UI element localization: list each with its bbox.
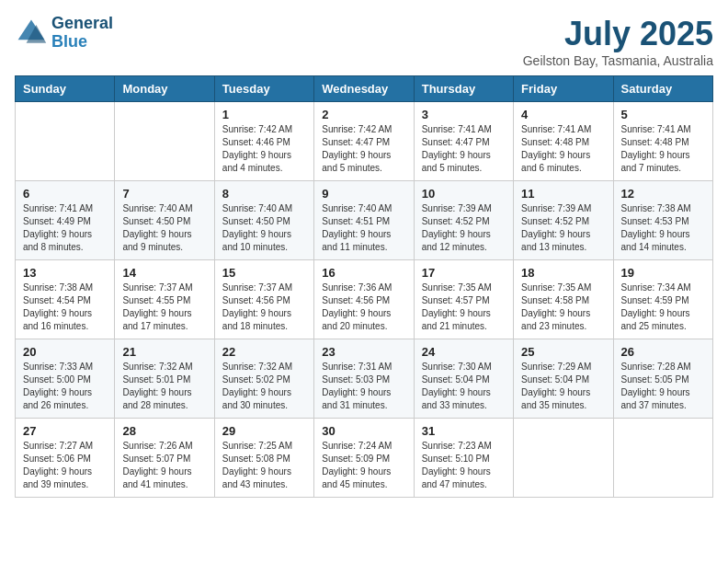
- logo-icon: [15, 17, 48, 50]
- day-info: Sunrise: 7:38 AMSunset: 4:53 PMDaylight:…: [621, 202, 705, 254]
- calendar-cell: 21Sunrise: 7:32 AMSunset: 5:01 PMDayligh…: [115, 339, 214, 419]
- logo: General Blue: [15, 15, 113, 52]
- day-info: Sunrise: 7:37 AMSunset: 4:55 PMDaylight:…: [122, 282, 206, 333]
- weekday-header-wednesday: Wednesday: [314, 76, 414, 102]
- day-number: 23: [322, 345, 405, 359]
- day-number: 11: [521, 187, 605, 201]
- calendar-cell: [16, 102, 115, 181]
- day-number: 31: [422, 424, 506, 438]
- weekday-header-tuesday: Tuesday: [214, 76, 313, 102]
- page-header: General Blue July 2025 Geilston Bay, Tas…: [15, 15, 713, 68]
- calendar-cell: 18Sunrise: 7:35 AMSunset: 4:58 PMDayligh…: [514, 260, 613, 339]
- day-number: 28: [122, 424, 206, 438]
- day-info: Sunrise: 7:40 AMSunset: 4:51 PMDaylight:…: [322, 202, 405, 254]
- calendar-cell: 13Sunrise: 7:38 AMSunset: 4:54 PMDayligh…: [16, 260, 115, 339]
- day-info: Sunrise: 7:35 AMSunset: 4:57 PMDaylight:…: [422, 282, 506, 333]
- calendar-cell: 14Sunrise: 7:37 AMSunset: 4:55 PMDayligh…: [115, 260, 214, 339]
- day-number: 9: [322, 187, 405, 201]
- day-number: 14: [122, 266, 206, 280]
- day-number: 18: [521, 266, 605, 280]
- day-info: Sunrise: 7:41 AMSunset: 4:47 PMDaylight:…: [422, 123, 506, 175]
- day-number: 16: [322, 266, 405, 280]
- day-number: 8: [222, 187, 306, 201]
- calendar-cell: 8Sunrise: 7:40 AMSunset: 4:50 PMDaylight…: [214, 181, 313, 260]
- weekday-header-row: SundayMondayTuesdayWednesdayThursdayFrid…: [16, 76, 713, 102]
- calendar-cell: [514, 419, 613, 498]
- day-number: 26: [621, 345, 705, 359]
- calendar-cell: 15Sunrise: 7:37 AMSunset: 4:56 PMDayligh…: [214, 260, 313, 339]
- calendar-cell: 25Sunrise: 7:29 AMSunset: 5:04 PMDayligh…: [514, 339, 613, 419]
- day-number: 2: [322, 108, 405, 121]
- day-info: Sunrise: 7:41 AMSunset: 4:48 PMDaylight:…: [521, 123, 605, 175]
- calendar-week-row: 6Sunrise: 7:41 AMSunset: 4:49 PMDaylight…: [16, 181, 713, 260]
- calendar-cell: 30Sunrise: 7:24 AMSunset: 5:09 PMDayligh…: [314, 419, 414, 498]
- weekday-header-sunday: Sunday: [16, 76, 115, 102]
- day-info: Sunrise: 7:25 AMSunset: 5:08 PMDaylight:…: [222, 440, 306, 491]
- day-number: 21: [122, 345, 206, 359]
- day-number: 30: [322, 424, 405, 438]
- day-number: 19: [621, 266, 705, 280]
- day-info: Sunrise: 7:29 AMSunset: 5:04 PMDaylight:…: [521, 361, 605, 412]
- calendar-cell: 31Sunrise: 7:23 AMSunset: 5:10 PMDayligh…: [414, 419, 513, 498]
- calendar-cell: 28Sunrise: 7:26 AMSunset: 5:07 PMDayligh…: [115, 419, 214, 498]
- day-info: Sunrise: 7:38 AMSunset: 4:54 PMDaylight:…: [23, 282, 107, 333]
- day-number: 10: [422, 187, 506, 201]
- calendar-cell: 12Sunrise: 7:38 AMSunset: 4:53 PMDayligh…: [613, 181, 712, 260]
- day-info: Sunrise: 7:40 AMSunset: 4:50 PMDaylight:…: [222, 202, 306, 254]
- calendar-cell: 29Sunrise: 7:25 AMSunset: 5:08 PMDayligh…: [214, 419, 313, 498]
- calendar-week-row: 20Sunrise: 7:33 AMSunset: 5:00 PMDayligh…: [16, 339, 713, 419]
- day-info: Sunrise: 7:26 AMSunset: 5:07 PMDaylight:…: [122, 440, 206, 491]
- day-info: Sunrise: 7:41 AMSunset: 4:49 PMDaylight:…: [23, 202, 107, 254]
- calendar-table: SundayMondayTuesdayWednesdayThursdayFrid…: [15, 75, 713, 498]
- day-info: Sunrise: 7:24 AMSunset: 5:09 PMDaylight:…: [322, 440, 405, 491]
- calendar-cell: 17Sunrise: 7:35 AMSunset: 4:57 PMDayligh…: [414, 260, 513, 339]
- calendar-cell: 22Sunrise: 7:32 AMSunset: 5:02 PMDayligh…: [214, 339, 313, 419]
- day-info: Sunrise: 7:37 AMSunset: 4:56 PMDaylight:…: [222, 282, 306, 333]
- day-info: Sunrise: 7:39 AMSunset: 4:52 PMDaylight:…: [521, 202, 605, 254]
- day-info: Sunrise: 7:31 AMSunset: 5:03 PMDaylight:…: [322, 361, 405, 412]
- weekday-header-friday: Friday: [514, 76, 613, 102]
- calendar-cell: 3Sunrise: 7:41 AMSunset: 4:47 PMDaylight…: [414, 102, 513, 181]
- day-info: Sunrise: 7:36 AMSunset: 4:56 PMDaylight:…: [322, 282, 405, 333]
- day-info: Sunrise: 7:35 AMSunset: 4:58 PMDaylight:…: [521, 282, 605, 333]
- calendar-cell: 24Sunrise: 7:30 AMSunset: 5:04 PMDayligh…: [414, 339, 513, 419]
- day-number: 4: [521, 108, 605, 121]
- day-info: Sunrise: 7:42 AMSunset: 4:46 PMDaylight:…: [222, 123, 306, 175]
- day-info: Sunrise: 7:23 AMSunset: 5:10 PMDaylight:…: [422, 440, 506, 491]
- title-section: July 2025 Geilston Bay, Tasmania, Austra…: [523, 15, 713, 68]
- logo-text: General Blue: [51, 15, 113, 52]
- calendar-cell: 4Sunrise: 7:41 AMSunset: 4:48 PMDaylight…: [514, 102, 613, 181]
- day-number: 17: [422, 266, 506, 280]
- day-number: 20: [23, 345, 107, 359]
- day-number: 13: [23, 266, 107, 280]
- day-info: Sunrise: 7:34 AMSunset: 4:59 PMDaylight:…: [621, 282, 705, 333]
- calendar-cell: 27Sunrise: 7:27 AMSunset: 5:06 PMDayligh…: [16, 419, 115, 498]
- calendar-cell: 6Sunrise: 7:41 AMSunset: 4:49 PMDaylight…: [16, 181, 115, 260]
- calendar-cell: 9Sunrise: 7:40 AMSunset: 4:51 PMDaylight…: [314, 181, 414, 260]
- calendar-cell: [115, 102, 214, 181]
- day-info: Sunrise: 7:30 AMSunset: 5:04 PMDaylight:…: [422, 361, 506, 412]
- day-number: 25: [521, 345, 605, 359]
- day-info: Sunrise: 7:40 AMSunset: 4:50 PMDaylight:…: [122, 202, 206, 254]
- day-number: 12: [621, 187, 705, 201]
- day-info: Sunrise: 7:32 AMSunset: 5:02 PMDaylight:…: [222, 361, 306, 412]
- day-number: 22: [222, 345, 306, 359]
- day-number: 6: [23, 187, 107, 201]
- day-info: Sunrise: 7:32 AMSunset: 5:01 PMDaylight:…: [122, 361, 206, 412]
- day-number: 27: [23, 424, 107, 438]
- calendar-cell: 11Sunrise: 7:39 AMSunset: 4:52 PMDayligh…: [514, 181, 613, 260]
- calendar-cell: 23Sunrise: 7:31 AMSunset: 5:03 PMDayligh…: [314, 339, 414, 419]
- day-number: 5: [621, 108, 705, 121]
- calendar-cell: 26Sunrise: 7:28 AMSunset: 5:05 PMDayligh…: [613, 339, 712, 419]
- location-title: Geilston Bay, Tasmania, Australia: [523, 53, 713, 68]
- day-number: 1: [222, 108, 306, 121]
- calendar-cell: 20Sunrise: 7:33 AMSunset: 5:00 PMDayligh…: [16, 339, 115, 419]
- calendar-cell: 10Sunrise: 7:39 AMSunset: 4:52 PMDayligh…: [414, 181, 513, 260]
- weekday-header-monday: Monday: [115, 76, 214, 102]
- calendar-week-row: 27Sunrise: 7:27 AMSunset: 5:06 PMDayligh…: [16, 419, 713, 498]
- calendar-cell: 16Sunrise: 7:36 AMSunset: 4:56 PMDayligh…: [314, 260, 414, 339]
- day-info: Sunrise: 7:27 AMSunset: 5:06 PMDaylight:…: [23, 440, 107, 491]
- day-info: Sunrise: 7:39 AMSunset: 4:52 PMDaylight:…: [422, 202, 506, 254]
- day-info: Sunrise: 7:41 AMSunset: 4:48 PMDaylight:…: [621, 123, 705, 175]
- day-number: 15: [222, 266, 306, 280]
